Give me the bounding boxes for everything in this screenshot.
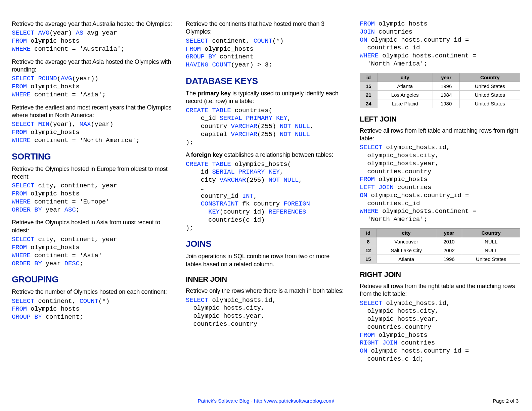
page-number: Page 2 of 3 xyxy=(493,398,519,404)
table-row: 15Atlanta1996United States xyxy=(360,255,520,263)
right-join-desc: Retrieve all rows from the right table a… xyxy=(360,282,520,298)
foreign-key-code: CREATE TABLE olympics_hosts( id SERIAL P… xyxy=(186,161,346,232)
inner-join-code: SELECT olympic_hosts.id, olympic_hosts.c… xyxy=(186,296,346,328)
database-keys-heading: DATABASE KEYS xyxy=(186,76,346,86)
primary-key-code: CREATE TABLE countries( c_id SERIAL PRIM… xyxy=(186,107,346,147)
primary-key-desc: The primary key is typically used to uni… xyxy=(186,90,346,105)
sorting-heading: SORTING xyxy=(12,151,172,162)
right-join-code: SELECT olympic_hosts.id, olympic_hosts.c… xyxy=(360,300,520,363)
table-header: city xyxy=(376,228,436,237)
avg-year-asia-code: SELECT ROUND(AVG(year)) FROM olympic_hos… xyxy=(12,75,172,99)
table-header: id xyxy=(360,228,377,237)
group-continent-code: SELECT continent, COUNT(*) FROM olympic_… xyxy=(12,298,172,321)
inner-join-result-table: id city year Country 15Atlanta1996United… xyxy=(360,73,520,108)
joins-desc: Join operations in SQL combine rows from… xyxy=(186,253,346,268)
table-row: 12Salt Lake City2002NULL xyxy=(360,246,520,255)
inner-join-code-cont: FROM olympic_hosts JOIN countries ON oly… xyxy=(360,20,520,68)
min-max-na-desc: Retrieve the earliest and most recent ye… xyxy=(12,104,172,120)
table-row: 15Atlanta1996United States xyxy=(360,82,520,90)
joins-heading: JOINS xyxy=(186,239,346,249)
avg-year-australia-desc: Retrieve the average year that Australia… xyxy=(12,20,172,28)
table-header: year xyxy=(436,228,462,237)
table-header: city xyxy=(377,73,433,82)
right-join-heading: RIGHT JOIN xyxy=(360,270,520,279)
sort-europe-desc: Retrieve the Olympics hosted in Europe f… xyxy=(12,165,172,181)
footer-link[interactable]: Patrick's Software Blog - http://www.pat… xyxy=(0,398,532,404)
table-row: 21Los Angeles1984United States xyxy=(360,90,520,99)
foreign-key-desc: A foreign key establishes a relationship… xyxy=(186,151,346,159)
column-1: Retrieve the average year that Australia… xyxy=(12,20,172,368)
page-columns: Retrieve the average year that Australia… xyxy=(12,20,520,368)
group-continent-desc: Retrieve the number of Olympics hosted o… xyxy=(12,288,172,296)
column-2: Retrieve the continents that have hosted… xyxy=(186,20,346,368)
avg-year-australia-code: SELECT AVG(year) AS avg_year FROM olympi… xyxy=(12,29,172,53)
sort-asia-code: SELECT city, continent, year FROM olympi… xyxy=(12,236,172,268)
min-max-na-code: SELECT MIN(year), MAX(year) FROM olympic… xyxy=(12,121,172,144)
table-row: 8Vancouver2010NULL xyxy=(360,237,520,246)
having-code: SELECT continent, COUNT(*) FROM olympic_… xyxy=(186,37,346,69)
table-header: year xyxy=(433,73,460,82)
table-row: 24Lake Placid1980United States xyxy=(360,99,520,108)
having-desc: Retrieve the continents that have hosted… xyxy=(186,20,346,36)
left-join-code: SELECT olympic_hosts.id, olympic_hosts.c… xyxy=(360,144,520,224)
inner-join-heading: INNER JOIN xyxy=(186,275,346,284)
inner-join-desc: Retrieve only the rows where there is a … xyxy=(186,287,346,295)
sort-asia-desc: Retrieve the Olympics hosted in Asia fro… xyxy=(12,219,172,234)
table-header: Country xyxy=(460,73,520,82)
avg-year-asia-desc: Retrieve the average year that Asia host… xyxy=(12,58,172,74)
column-3: FROM olympic_hosts JOIN countries ON oly… xyxy=(360,20,520,368)
left-join-result-table: id city year Country 8Vancouver2010NULL … xyxy=(360,228,520,264)
grouping-heading: GROUPING xyxy=(12,274,172,285)
left-join-heading: LEFT JOIN xyxy=(360,115,520,124)
table-header: Country xyxy=(462,228,520,237)
sort-europe-code: SELECT city, continent, year FROM olympi… xyxy=(12,182,172,214)
table-header: id xyxy=(360,73,378,82)
left-join-desc: Retrieve all rows from left table and ma… xyxy=(360,127,520,143)
